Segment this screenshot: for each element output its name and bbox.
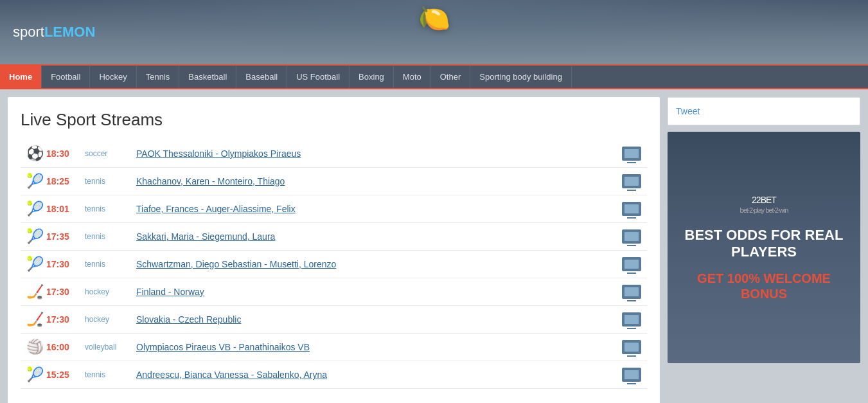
stream-match-name[interactable]: Tiafoe, Frances - Auger-Aliassime, Felix xyxy=(136,204,619,214)
table-row: 🏒17:30hockeySlovakia - Czech Republic xyxy=(21,306,647,334)
stream-time: 17:30 xyxy=(46,314,85,325)
tennis-icon: 🎾 xyxy=(23,366,46,383)
table-row: 🎾17:30tennisSchwartzman, Diego Sebastian… xyxy=(21,251,647,278)
stream-match-name[interactable]: Sakkari, Maria - Siegemund, Laura xyxy=(136,231,619,242)
stream-tv-icon[interactable] xyxy=(619,229,644,244)
main-nav: HomeFootballHockeyTennisBasketballBaseba… xyxy=(0,64,868,89)
stream-time: 16:00 xyxy=(46,342,85,352)
ad-box[interactable]: 22BET bet·2·play bet·2·win BEST ODDS FOR… xyxy=(668,132,860,363)
nav-item-boxing[interactable]: Boxing xyxy=(350,66,394,88)
stream-sport-label: tennis xyxy=(85,232,136,241)
stream-tv-icon[interactable] xyxy=(619,340,644,354)
lemon-icon: 🍋 xyxy=(418,3,450,33)
bet-tagline: BEST ODDS FOR REAL PLAYERS xyxy=(678,227,850,261)
stream-time: 15:25 xyxy=(46,370,85,380)
nav-item-other[interactable]: Other xyxy=(431,66,471,88)
stream-tv-icon[interactable] xyxy=(619,202,644,216)
tweet-link[interactable]: Tweet xyxy=(676,106,700,116)
nav-item-us-football[interactable]: US Football xyxy=(287,66,350,88)
header-banner: sportLEMON 🍋 xyxy=(0,0,868,64)
tennis-icon: 🎾 xyxy=(23,228,46,245)
table-row: 🏒17:30hockeyFinland - Norway xyxy=(21,278,647,306)
nav-item-football[interactable]: Football xyxy=(42,66,90,88)
logo-sport-text: sport xyxy=(13,24,44,40)
main-container: Live Sport Streams ⚽18:30soccerPAOK Thes… xyxy=(0,89,868,403)
stream-sport-label: tennis xyxy=(85,260,136,269)
nav-item-basketball[interactable]: Basketball xyxy=(179,66,236,88)
nav-item-hockey[interactable]: Hockey xyxy=(90,66,136,88)
stream-sport-label: tennis xyxy=(85,204,136,213)
stream-match-name[interactable]: Andreescu, Bianca Vanessa - Sabalenko, A… xyxy=(136,370,619,380)
page-title: Live Sport Streams xyxy=(21,110,647,130)
hockey-icon: 🏒 xyxy=(23,283,46,300)
stream-time: 18:25 xyxy=(46,176,85,186)
hockey-icon: 🏒 xyxy=(23,311,46,328)
logo-lemon-text: LEMON xyxy=(44,24,95,40)
table-row: 🎾17:35tennisSakkari, Maria - Siegemund, … xyxy=(21,223,647,251)
streams-list: ⚽18:30soccerPAOK Thessaloniki - Olympiak… xyxy=(21,140,647,389)
stream-tv-icon[interactable] xyxy=(619,368,644,382)
stream-time: 17:35 xyxy=(46,231,85,242)
nav-item-baseball[interactable]: Baseball xyxy=(236,66,287,88)
stream-match-name[interactable]: PAOK Thessaloniki - Olympiakos Piraeus xyxy=(136,148,619,159)
table-row: 🎾18:01tennisTiafoe, Frances - Auger-Alia… xyxy=(21,195,647,223)
nav-item-sporting-body-building[interactable]: Sporting body building xyxy=(470,66,572,88)
stream-tv-icon[interactable] xyxy=(619,174,644,188)
stream-sport-label: tennis xyxy=(85,370,136,379)
stream-match-name[interactable]: Khachanov, Karen - Monteiro, Thiago xyxy=(136,176,619,186)
tennis-icon: 🎾 xyxy=(23,173,46,190)
stream-match-name[interactable]: Schwartzman, Diego Sebastian - Musetti, … xyxy=(136,259,619,269)
stream-sport-label: volleyball xyxy=(85,343,136,352)
stream-sport-label: soccer xyxy=(85,149,136,158)
stream-match-name[interactable]: Olympiacos Piraeus VB - Panathinaikos VB xyxy=(136,342,619,352)
bet-logo: 22BET bet·2·play bet·2·win xyxy=(740,193,788,214)
content-area: Live Sport Streams ⚽18:30soccerPAOK Thes… xyxy=(8,97,660,403)
nav-item-moto[interactable]: Moto xyxy=(394,66,431,88)
nav-item-home[interactable]: Home xyxy=(0,66,42,88)
stream-time: 17:30 xyxy=(46,287,85,297)
table-row: 🎾18:25tennisKhachanov, Karen - Monteiro,… xyxy=(21,168,647,195)
stream-tv-icon[interactable] xyxy=(619,147,644,161)
stream-sport-label: hockey xyxy=(85,287,136,296)
stream-time: 18:30 xyxy=(46,148,85,159)
stream-tv-icon[interactable] xyxy=(619,257,644,271)
table-row: 🏐16:00volleyballOlympiacos Piraeus VB - … xyxy=(21,334,647,361)
volleyball-icon: 🏐 xyxy=(23,339,46,355)
site-logo[interactable]: sportLEMON xyxy=(13,24,95,40)
soccer-icon: ⚽ xyxy=(23,145,46,162)
stream-tv-icon[interactable] xyxy=(619,312,644,327)
bet-bonus: GET 100% WELCOME BONUS xyxy=(678,271,850,301)
sidebar: Tweet 22BET bet·2·play bet·2·win BEST OD… xyxy=(668,97,860,403)
stream-sport-label: tennis xyxy=(85,177,136,186)
tweet-box: Tweet xyxy=(668,97,860,125)
tennis-icon: 🎾 xyxy=(23,256,46,273)
nav-item-tennis[interactable]: Tennis xyxy=(137,66,180,88)
table-row: ⚽18:30soccerPAOK Thessaloniki - Olympiak… xyxy=(21,140,647,168)
stream-match-name[interactable]: Finland - Norway xyxy=(136,287,619,297)
stream-match-name[interactable]: Slovakia - Czech Republic xyxy=(136,314,619,325)
stream-time: 18:01 xyxy=(46,204,85,214)
stream-sport-label: hockey xyxy=(85,315,136,324)
stream-tv-icon[interactable] xyxy=(619,285,644,299)
tennis-icon: 🎾 xyxy=(23,201,46,217)
table-row: 🎾15:25tennisAndreescu, Bianca Vanessa - … xyxy=(21,361,647,389)
stream-time: 17:30 xyxy=(46,259,85,269)
